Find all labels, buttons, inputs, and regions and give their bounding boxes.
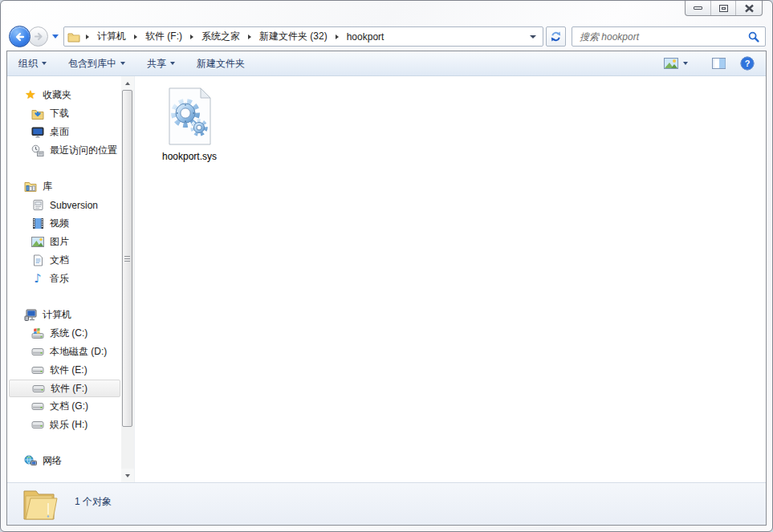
sidebar-item-downloads[interactable]: 下载 [7, 104, 121, 123]
sidebar-item-videos[interactable]: 视频 [7, 214, 121, 233]
breadcrumb-hookport[interactable]: hookport [344, 30, 387, 44]
scrollbar-thumb[interactable] [122, 90, 132, 427]
breadcrumb-xitongzhijia[interactable]: 系统之家 [199, 28, 242, 45]
minimize-button[interactable] [686, 1, 710, 15]
documents-icon [31, 254, 44, 267]
minimize-icon [694, 6, 702, 10]
toolbar-right-icons: ? [664, 56, 755, 71]
drive-d-label: 本地磁盘 (D:) [50, 345, 107, 359]
sidebar-item-documents[interactable]: 文档 [7, 251, 121, 270]
navigation-pane: ★ 收藏夹 下载 [7, 76, 121, 482]
maximize-button[interactable] [710, 1, 735, 15]
sidebar-item-drive-e[interactable]: 软件 (E:) [7, 361, 121, 380]
videos-label: 视频 [50, 217, 69, 230]
computer-label: 计算机 [43, 308, 71, 322]
sidebar-item-pictures[interactable]: 图片 [7, 233, 121, 251]
history-dropdown[interactable] [52, 35, 59, 39]
sidebar-item-music[interactable]: ♪ 音乐 [7, 270, 121, 288]
sidebar-item-computer[interactable]: 计算机 [7, 306, 121, 324]
explorer-window: 计算机 软件 (F:) 系统之家 新建文件夹 (32) hookport [0, 0, 773, 532]
drive-e-label: 软件 (E:) [50, 363, 87, 377]
share-menu[interactable]: 共享 [147, 57, 175, 71]
library-icon [31, 199, 44, 212]
client-area: 组织 包含到库中 共享 新建文件夹 [6, 51, 767, 526]
svg-text:?: ? [745, 59, 751, 68]
folder-icon [67, 31, 80, 43]
scroll-up-button[interactable] [121, 76, 134, 90]
search-input[interactable] [578, 30, 748, 43]
breadcrumb: 计算机 软件 (F:) 系统之家 新建文件夹 (32) hookport [80, 28, 527, 45]
address-bar[interactable]: 计算机 软件 (F:) 系统之家 新建文件夹 (32) hookport [63, 26, 543, 47]
breadcrumb-new-folder-32[interactable]: 新建文件夹 (32) [257, 28, 330, 45]
sidebar-item-subversion[interactable]: Subversion [7, 196, 121, 214]
chevron-down-icon [42, 62, 47, 65]
item-count-label: 1 个对象 [75, 495, 112, 509]
drive-c-label: 系统 (C:) [50, 327, 87, 340]
search-icon[interactable] [748, 31, 759, 43]
chevron-right-icon [336, 35, 339, 39]
help-icon: ? [740, 56, 755, 71]
share-label: 共享 [147, 57, 166, 71]
organize-label: 组织 [18, 57, 38, 71]
network-label: 网络 [43, 454, 62, 468]
title-bar[interactable] [1, 1, 772, 24]
libraries-label: 库 [43, 180, 52, 193]
drive-f-label: 软件 (F:) [51, 382, 87, 396]
chevron-down-icon [120, 62, 125, 65]
drive-g-label: 文档 (G:) [50, 400, 88, 413]
drive-icon [31, 346, 44, 359]
videos-icon [31, 217, 44, 230]
drive-icon [31, 419, 44, 432]
open-folder-icon [22, 487, 59, 522]
sidebar-item-drive-c[interactable]: 系统 (C:) [7, 324, 121, 343]
documents-label: 文档 [50, 254, 69, 267]
status-bar: 1 个对象 [7, 482, 766, 525]
sidebar-scrollbar [121, 76, 134, 482]
arrow-right-icon [33, 31, 44, 42]
forward-button[interactable] [28, 26, 48, 47]
sidebar-item-drive-f[interactable]: 软件 (F:) [9, 380, 120, 397]
back-button[interactable] [9, 26, 31, 47]
change-view-button[interactable] [664, 58, 688, 69]
sidebar-item-network[interactable]: 网络 [7, 452, 121, 470]
network-group: 网络 [7, 452, 121, 470]
downloads-label: 下载 [50, 107, 69, 120]
sidebar-item-libraries[interactable]: 库 [7, 177, 121, 196]
new-folder-label: 新建文件夹 [197, 57, 245, 71]
file-item-hookport-sys[interactable]: hookport.sys [151, 87, 228, 162]
refresh-button[interactable] [546, 26, 566, 47]
chevron-down-icon [170, 62, 175, 65]
sidebar-item-drive-d[interactable]: 本地磁盘 (D:) [7, 343, 121, 361]
scroll-down-button[interactable] [121, 469, 134, 482]
preview-pane-icon [712, 58, 726, 69]
sidebar-item-drive-h[interactable]: 娱乐 (H:) [7, 416, 121, 434]
desktop-icon [31, 126, 44, 139]
file-list-area[interactable]: hookport.sys [134, 76, 766, 482]
preview-pane-button[interactable] [712, 58, 726, 69]
navigation-bar: 计算机 软件 (F:) 系统之家 新建文件夹 (32) hookport [1, 24, 772, 51]
sidebar-item-recent-places[interactable]: 最近访问的位置 [7, 141, 121, 160]
help-button[interactable]: ? [740, 56, 755, 71]
favorites-group: ★ 收藏夹 下载 [7, 86, 121, 160]
new-folder-button[interactable]: 新建文件夹 [197, 57, 245, 71]
drive-h-label: 娱乐 (H:) [50, 418, 87, 432]
explorer-body: ★ 收藏夹 下载 [7, 76, 766, 482]
recent-places-icon [31, 144, 44, 157]
chevron-right-icon [86, 35, 89, 39]
sidebar-item-drive-g[interactable]: 文档 (G:) [7, 397, 121, 416]
music-icon: ♪ [31, 273, 44, 286]
breadcrumb-computer[interactable]: 计算机 [95, 28, 128, 45]
include-in-library-label: 包含到库中 [68, 57, 116, 71]
libraries-icon [24, 181, 37, 193]
scrollbar-track[interactable] [121, 90, 134, 469]
close-button[interactable] [735, 1, 762, 15]
organize-menu[interactable]: 组织 [18, 57, 47, 71]
address-dropdown-icon[interactable] [530, 35, 536, 39]
include-in-library-menu[interactable]: 包含到库中 [68, 57, 125, 71]
sidebar-item-desktop[interactable]: 桌面 [7, 123, 121, 141]
music-label: 音乐 [50, 272, 69, 286]
breadcrumb-drive-f[interactable]: 软件 (F:) [143, 28, 185, 45]
triangle-down-icon [125, 474, 130, 477]
sidebar-item-favorites[interactable]: ★ 收藏夹 [7, 86, 121, 104]
recent-places-label: 最近访问的位置 [50, 144, 117, 157]
